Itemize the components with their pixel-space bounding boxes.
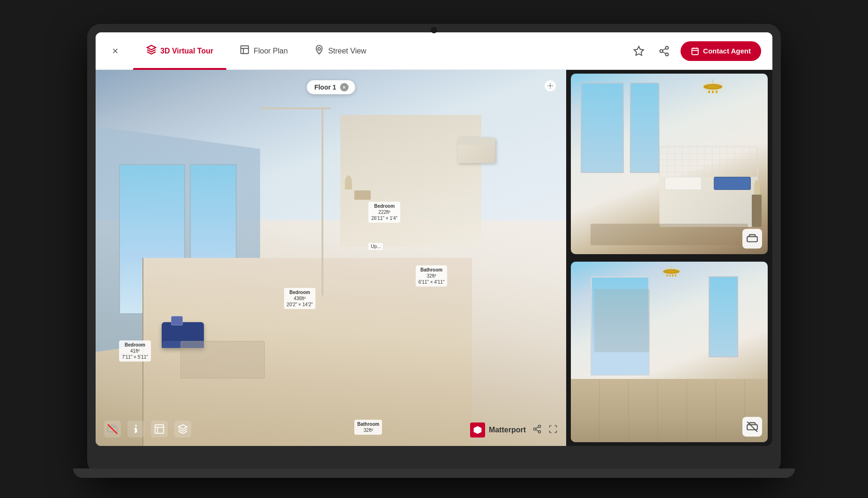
wall-divider-v [322, 107, 323, 295]
floor-plan-scene: Bedroom 222ft² 26'11" × 1'4" Bedroom 436… [96, 70, 566, 446]
room-label-bedroom2: Bedroom 436ft² 20'2" × 14'2" [284, 288, 316, 309]
rug-element [180, 341, 265, 378]
svg-point-18 [135, 425, 137, 427]
tour-icon [146, 45, 157, 57]
svg-point-12 [550, 83, 551, 84]
svg-marker-20 [179, 425, 187, 429]
close-button[interactable]: × [107, 43, 124, 60]
svg-point-14 [547, 85, 548, 86]
contact-agent-label: Contact Agent [703, 47, 751, 55]
floorplan-view-button[interactable] [151, 421, 168, 438]
laptop-base [73, 468, 795, 478]
svg-point-22 [534, 428, 536, 430]
wall-divider-h [260, 107, 331, 109]
contact-agent-button[interactable]: Contact Agent [681, 41, 761, 61]
svg-point-13 [550, 88, 551, 89]
save-favorite-button[interactable] [630, 42, 648, 60]
room-photo-bedroom[interactable] [570, 73, 769, 255]
bottom-toolbar [104, 421, 191, 438]
room-no-furniture-icon[interactable] [742, 417, 762, 437]
svg-point-5 [660, 50, 663, 53]
layers-button[interactable] [174, 421, 191, 438]
svg-point-2 [318, 47, 321, 50]
laptop-frame: × 3D Virtual Tour [87, 24, 781, 474]
floor-close-button[interactable]: × [340, 83, 348, 91]
svg-rect-24 [747, 237, 757, 242]
svg-point-23 [539, 430, 541, 433]
room-furniture-icon[interactable] [742, 229, 762, 249]
matterport-expand-button[interactable] [548, 424, 558, 436]
floor-selector-label: Floor 1 [314, 83, 337, 91]
svg-point-11 [549, 85, 551, 87]
tab-3d-virtual-tour[interactable]: 3D Virtual Tour [133, 32, 226, 70]
app-container: × 3D Virtual Tour [96, 32, 772, 446]
room-label-upper: Up... [368, 243, 383, 250]
svg-marker-0 [147, 45, 156, 50]
svg-point-6 [666, 53, 668, 56]
matterport-icon [470, 423, 485, 438]
tab-floor-plan[interactable]: Floor Plan [226, 32, 301, 70]
room-label-bathroom2: Bathroom 32ft² [354, 420, 382, 435]
lamp-element [345, 175, 352, 189]
desk-element [354, 190, 371, 200]
nav-actions: Contact Agent [630, 41, 761, 61]
floor-selector[interactable]: Floor 1 × [307, 80, 355, 94]
nav-bar: × 3D Virtual Tour [96, 32, 772, 70]
tour-view[interactable]: Bedroom 222ft² 26'11" × 1'4" Bedroom 436… [96, 70, 566, 446]
pillow-element [171, 316, 183, 325]
room-photo-living[interactable] [570, 261, 769, 443]
share-button[interactable] [655, 42, 673, 60]
svg-rect-7 [692, 48, 698, 55]
room-label-bedroom3: Bedroom 41ft² 7'11" × 5'11" [119, 340, 151, 362]
svg-point-4 [666, 46, 668, 49]
no-furniture-button[interactable] [104, 421, 121, 438]
svg-rect-19 [155, 425, 164, 433]
floorplan-icon [239, 45, 250, 57]
laptop-screen: × 3D Virtual Tour [96, 32, 772, 446]
webcam-notch [431, 27, 437, 33]
matterport-bar: Matterport [470, 423, 558, 438]
matterport-logo: Matterport [470, 423, 526, 438]
tab-street-view-label: Street View [328, 47, 367, 55]
matterport-text: Matterport [489, 426, 526, 434]
matterport-share-button[interactable] [532, 424, 542, 436]
svg-marker-3 [634, 46, 644, 55]
tab-floor-plan-label: Floor Plan [254, 47, 288, 55]
walkthrough-button[interactable] [127, 421, 144, 438]
svg-point-21 [539, 425, 541, 427]
svg-point-15 [552, 85, 553, 86]
tab-3d-label: 3D Virtual Tour [160, 47, 213, 55]
room-label-bedroom1: Bedroom 222ft² 26'11" × 1'4" [368, 202, 400, 223]
main-content: Bedroom 222ft² 26'11" × 1'4" Bedroom 436… [96, 70, 772, 446]
room-label-bathroom1: Bathroom 32ft² 6'11" × 4'11" [416, 265, 448, 287]
streetview-icon [314, 45, 324, 57]
rooms-panel [566, 70, 772, 446]
settings-dot-button[interactable] [545, 80, 556, 91]
svg-rect-1 [241, 46, 249, 54]
tab-street-view[interactable]: Street View [301, 32, 380, 70]
nav-tabs: 3D Virtual Tour Floor Plan [133, 32, 630, 70]
